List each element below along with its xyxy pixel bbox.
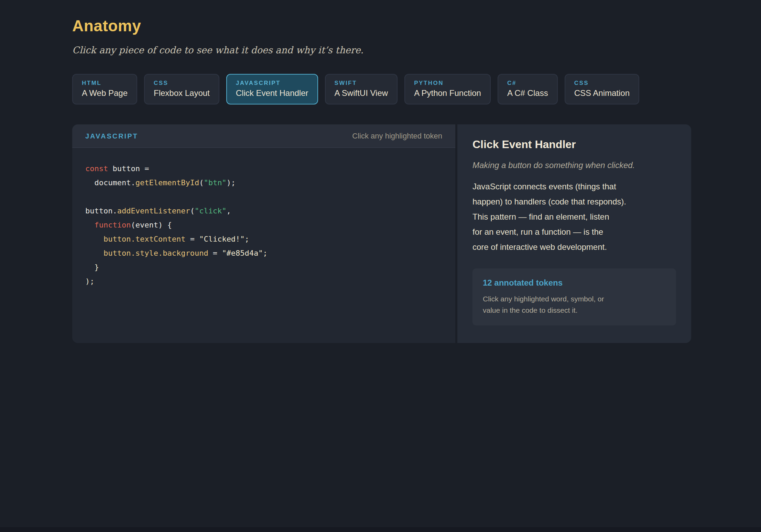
code-token-annotated[interactable]: button.style.background	[104, 249, 208, 257]
code-line: }	[85, 260, 442, 274]
code-line: button.style.background = "#e85d4a";	[85, 246, 442, 260]
code-token: );	[227, 178, 236, 187]
code-panel-header: JAVASCRIPT Click any highlighted token	[72, 124, 455, 148]
tab-card-a-c-class[interactable]: C#A C# Class	[498, 74, 558, 104]
tab-title: A Python Function	[414, 88, 481, 98]
tab-title: Click Event Handler	[236, 88, 308, 98]
annotated-tokens-count: 12 annotated tokens	[483, 278, 666, 288]
code-language-label: JAVASCRIPT	[85, 132, 138, 140]
code-hint-text: Click any highlighted token	[352, 132, 442, 141]
tab-language-label: JAVASCRIPT	[236, 80, 308, 87]
code-token: button.	[85, 207, 117, 215]
code-token	[85, 235, 104, 243]
code-token-annotated[interactable]: "#e85d4a";	[222, 249, 267, 257]
code-token: ,	[227, 207, 231, 215]
tab-card-a-python-function[interactable]: PYTHONA Python Function	[404, 74, 491, 104]
tab-title: Flexbox Layout	[154, 88, 210, 98]
code-token	[85, 249, 104, 257]
tab-title: A C# Class	[507, 88, 548, 98]
info-panel: Click Event Handler Making a button do s…	[457, 124, 691, 343]
code-token-annotated[interactable]: "btn"	[204, 178, 226, 187]
code-body: const button = document.getElementById("…	[72, 148, 455, 343]
code-line: button.textContent = "Clicked!";	[85, 232, 442, 246]
code-line: const button =	[85, 162, 442, 176]
code-token	[85, 221, 95, 229]
tab-language-label: HTML	[82, 80, 128, 87]
code-token-annotated[interactable]: button.textContent	[104, 235, 185, 243]
info-paragraph: JavaScript connects events (things that …	[472, 179, 676, 255]
tab-card-click-event-handler[interactable]: JAVASCRIPTClick Event Handler	[226, 74, 318, 104]
tab-title: CSS Animation	[574, 88, 630, 98]
code-token-annotated[interactable]: addEventListener	[117, 207, 190, 215]
code-token-annotated[interactable]: getElementById	[135, 178, 199, 187]
code-token: document.	[85, 178, 135, 187]
tab-language-label: C#	[507, 80, 548, 87]
annotated-tokens-box: 12 annotated tokens Click any highlighte…	[472, 268, 676, 325]
tab-title: A SwiftUI View	[335, 88, 388, 98]
info-title: Click Event Handler	[472, 138, 676, 151]
code-token: (	[199, 178, 204, 187]
code-token-annotated[interactable]: function	[95, 221, 131, 229]
tab-card-flexbox-layout[interactable]: CSSFlexbox Layout	[144, 74, 219, 104]
page-title: Anatomy	[72, 16, 691, 35]
code-token-annotated[interactable]: );	[85, 277, 95, 286]
tab-card-css-animation[interactable]: CSSCSS Animation	[565, 74, 639, 104]
tab-language-label: CSS	[154, 80, 210, 87]
tab-language-label: CSS	[574, 80, 630, 87]
code-line: function(event) {	[85, 218, 442, 232]
code-line: button.addEventListener("click",	[85, 204, 442, 218]
annotated-tokens-description: Click any highlighted word, symbol, or v…	[483, 293, 666, 316]
tab-card-a-swiftui-view[interactable]: SWIFTA SwiftUI View	[325, 74, 398, 104]
page-subtitle: Click any piece of code to see what it d…	[72, 45, 691, 55]
code-line: );	[85, 274, 442, 288]
code-token: =	[208, 249, 222, 257]
code-panel: JAVASCRIPT Click any highlighted token c…	[72, 124, 455, 343]
code-token: button =	[108, 164, 149, 173]
example-tabs-row: HTMLA Web PageCSSFlexbox LayoutJAVASCRIP…	[72, 74, 691, 104]
code-token-annotated[interactable]: }	[85, 263, 99, 271]
tab-language-label: SWIFT	[335, 80, 388, 87]
code-line	[85, 190, 442, 204]
page-root: Anatomy Click any piece of code to see w…	[0, 0, 691, 343]
code-token: (	[190, 207, 195, 215]
code-line: document.getElementById("btn");	[85, 176, 442, 190]
tab-title: A Web Page	[82, 88, 128, 98]
code-block: const button = document.getElementById("…	[85, 162, 442, 288]
code-token: =	[185, 235, 199, 243]
code-token-annotated[interactable]: "click"	[195, 207, 227, 215]
code-token-annotated[interactable]: const	[85, 164, 108, 173]
tab-card-a-web-page[interactable]: HTMLA Web Page	[72, 74, 137, 104]
code-token-annotated[interactable]: "Clicked!";	[199, 235, 249, 243]
bottom-edge-strip	[0, 527, 761, 532]
info-subtitle: Making a button do something when clicke…	[472, 160, 676, 170]
main-split: JAVASCRIPT Click any highlighted token c…	[72, 124, 691, 343]
tab-language-label: PYTHON	[414, 80, 481, 87]
code-token: (event) {	[131, 221, 172, 229]
